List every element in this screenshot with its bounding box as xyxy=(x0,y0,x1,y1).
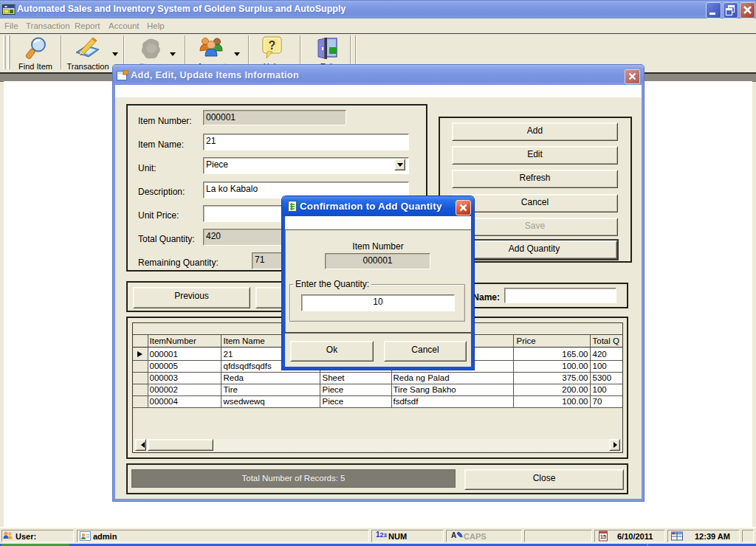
svg-text:?: ? xyxy=(269,39,276,52)
svg-text:15: 15 xyxy=(600,534,606,539)
